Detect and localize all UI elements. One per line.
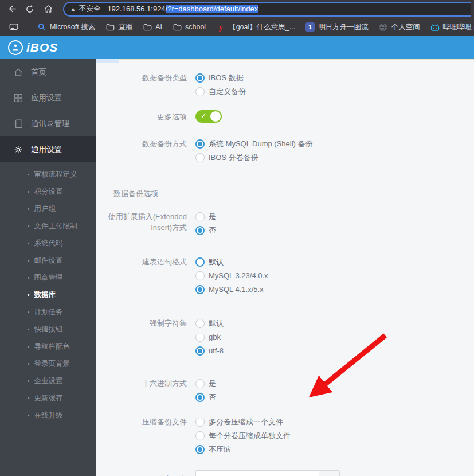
filename-input-group: .sql — [195, 470, 340, 476]
bookmark-item[interactable]: school — [168, 20, 210, 34]
home-icon[interactable] — [40, 2, 56, 17]
content-top-border — [96, 59, 474, 60]
toggle-on-switch[interactable]: ✓ — [195, 110, 222, 123]
bookmark-item[interactable]: AI — [138, 20, 167, 34]
sidebar-item-label: 通讯录管理 — [31, 119, 70, 129]
filename-input[interactable] — [195, 470, 319, 476]
radio-selected-icon[interactable] — [195, 226, 205, 235]
radio-option[interactable]: MySQL 3.23/4.0.x — [195, 270, 268, 282]
bookmark-label: school — [185, 23, 206, 31]
bookmark-item[interactable]: y【goal】什么意思_... — [211, 20, 300, 34]
radio-icon[interactable] — [195, 257, 205, 267]
radio-option[interactable]: IBOS 分卷备份 — [195, 151, 313, 163]
back-icon[interactable] — [3, 2, 19, 17]
radio-group: 默认gbkutf-8 — [195, 317, 224, 357]
bookmark-item[interactable]: 哔哩哔哩 ( ゜- ゜)つ — [426, 20, 474, 34]
sidebar-subitem[interactable]: •登录页背景 — [0, 355, 96, 372]
radio-icon[interactable] — [195, 418, 205, 427]
radio-selected-icon[interactable] — [195, 445, 205, 454]
address-bar[interactable]: ▲ 不安全 192.168.56.1:924/?r=dashboard/defa… — [63, 2, 471, 17]
sidebar-subitem[interactable]: •邮件设置 — [0, 252, 96, 269]
radio-icon[interactable] — [195, 379, 205, 388]
sidebar-subitem[interactable]: •文件上传限制 — [0, 217, 96, 235]
content-top-edge — [96, 59, 119, 63]
field-label: 数据备份方式 — [101, 138, 187, 149]
radio-option[interactable]: 不压缩 — [195, 443, 291, 455]
bookmark-item[interactable]: Microsoft 搜索 — [33, 20, 100, 34]
radio-option[interactable]: 系统 MySQL Dump (Shell) 备份 — [195, 138, 313, 150]
sidebar-subitem[interactable]: •更新缓存 — [0, 389, 96, 407]
sidebar-subitem[interactable]: •积分设置 — [0, 183, 96, 200]
sidebar-subitem-label: 系统代码 — [34, 239, 63, 248]
refresh-icon[interactable] — [22, 2, 38, 17]
bookmark-item[interactable]: 1明日方舟一图流 — [301, 20, 373, 34]
section-title: 数据备份选项 — [113, 189, 158, 199]
sidebar-item-gear[interactable]: 通用设置 — [0, 136, 96, 162]
radio-icon[interactable] — [195, 271, 205, 280]
form-row-extended-insert: 使用扩展插入(Extended Insert)方式是否 — [101, 210, 474, 236]
radio-option-label: 否 — [209, 225, 216, 236]
security-label: 不安全 — [79, 4, 101, 14]
radio-option-label: 默认 — [209, 318, 224, 329]
sidebar-subitem[interactable]: •导航栏配色 — [0, 338, 96, 355]
radio-icon[interactable] — [195, 153, 205, 162]
insecure-warning-icon: ▲ — [70, 6, 76, 13]
contacts-icon — [13, 119, 24, 129]
radio-option[interactable]: 自定义备份 — [195, 85, 246, 97]
radio-option-label: 自定义备份 — [209, 87, 246, 97]
radio-option[interactable]: 是 — [195, 210, 216, 223]
ibos-logo[interactable]: iBOS — [8, 40, 58, 55]
radio-option[interactable]: IBOS 数据 — [195, 72, 246, 84]
sidebar-subitem[interactable]: •系统代码 — [0, 235, 96, 252]
sidebar-subitem[interactable]: •在线升级 — [0, 407, 96, 424]
sidebar-subitem-label: 计划任务 — [34, 307, 63, 317]
radio-icon[interactable] — [195, 212, 205, 221]
radio-option[interactable]: utf-8 — [195, 345, 224, 357]
field-label: 备份文件名 — [101, 473, 187, 476]
radio-selected-icon[interactable] — [195, 346, 205, 356]
sidebar-subitem[interactable]: •审核流程定义 — [0, 166, 96, 183]
radio-icon[interactable] — [195, 431, 205, 440]
bookmark-item[interactable]: 直播 — [101, 20, 137, 34]
radio-option[interactable]: 每个分卷压缩成单独文件 — [195, 430, 291, 442]
radio-option[interactable]: 默认 — [195, 317, 224, 329]
bullet-icon: • — [28, 344, 30, 350]
form-row-compress: 压缩备份文件多分卷压缩成一个文件每个分卷压缩成单独文件不压缩 — [101, 416, 474, 455]
sidebar-subitem[interactable]: •用户组 — [0, 200, 96, 217]
bookmark-item[interactable] — [5, 20, 23, 34]
sidebar-subitem[interactable]: •快捷按钮 — [0, 321, 96, 338]
sidebar-subitem[interactable]: •企业设置 — [0, 372, 96, 389]
bookmarks-divider — [28, 22, 28, 32]
search-icon — [37, 22, 46, 32]
bookmark-item[interactable]: 个人空间 — [374, 20, 425, 34]
radio-option[interactable]: gbk — [195, 331, 224, 343]
bullet-icon: • — [28, 326, 30, 333]
radio-selected-icon[interactable] — [195, 73, 205, 83]
bookmark-label: 直播 — [118, 22, 132, 32]
radio-option[interactable]: MySQL 4.1.x/5.x — [195, 283, 268, 295]
radio-selected-icon[interactable] — [195, 393, 205, 402]
radio-option[interactable]: 多分卷压缩成一个文件 — [195, 416, 291, 428]
radio-icon[interactable] — [195, 333, 205, 342]
radio-selected-icon[interactable] — [195, 139, 205, 149]
radio-icon[interactable] — [195, 87, 205, 96]
field-label: 建表语句格式 — [101, 256, 187, 267]
sidebar-subitem-label: 用户组 — [34, 204, 56, 214]
radio-icon[interactable] — [195, 319, 205, 328]
sidebar-subitem[interactable]: •图章管理 — [0, 269, 96, 286]
sidebar-item-contacts[interactable]: 通讯录管理 — [0, 111, 96, 136]
radio-option[interactable]: 默认 — [195, 256, 268, 268]
radio-option[interactable]: 否 — [195, 224, 216, 236]
radio-option[interactable]: 否 — [195, 391, 216, 403]
radio-option-label: gbk — [209, 333, 221, 341]
sidebar-subitem[interactable]: •数据库 — [0, 286, 96, 303]
radio-option[interactable]: 是 — [195, 377, 216, 389]
radio-selected-icon[interactable] — [195, 285, 205, 294]
form-section-header: 数据备份选项 — [101, 189, 474, 199]
sidebar-item-home[interactable]: 首页 — [0, 59, 96, 85]
url-selected-text: /?r=dashboard/default/index — [166, 5, 258, 13]
radio-option-label: 是 — [209, 379, 216, 389]
sidebar-subitem[interactable]: •计划任务 — [0, 303, 96, 321]
home-icon — [13, 67, 24, 77]
sidebar-item-apps[interactable]: 应用设置 — [0, 85, 96, 111]
